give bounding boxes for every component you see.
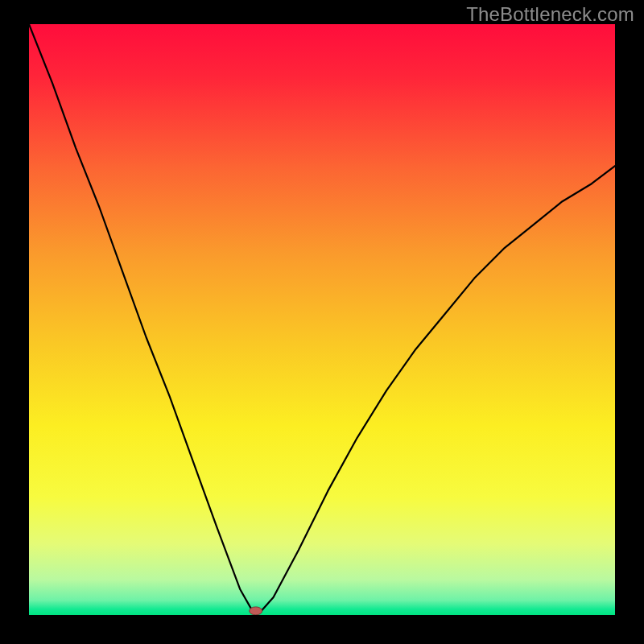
chart-background	[29, 24, 615, 615]
chart-plot-area	[29, 24, 615, 615]
watermark-text: TheBottleneck.com	[466, 3, 634, 26]
chart-svg	[29, 24, 615, 615]
outer-frame: TheBottleneck.com	[0, 0, 644, 644]
optimal-point-marker	[250, 607, 262, 615]
